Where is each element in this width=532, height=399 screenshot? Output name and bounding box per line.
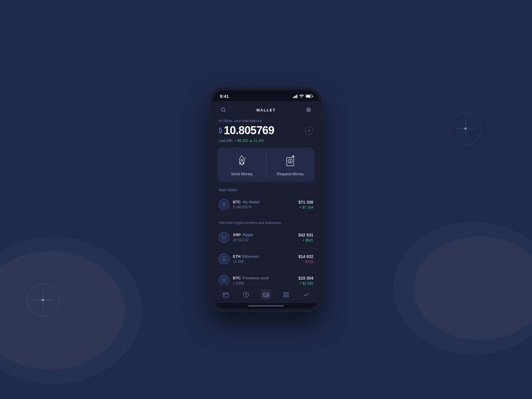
balance-number: 10.805769 bbox=[224, 124, 274, 137]
status-icons bbox=[293, 95, 312, 98]
btc-freelance-info: BTC Freelance work 1.1468 bbox=[233, 276, 295, 285]
phone-wrapper: 9:41 bbox=[210, 87, 322, 312]
eth-name-row: ETH Ethereum bbox=[233, 254, 295, 259]
btc-freelance-name-row: BTC Freelance work bbox=[233, 276, 295, 280]
btc-freelance-change: + $1 545 bbox=[298, 281, 313, 285]
send-money-button[interactable]: Send Money bbox=[218, 147, 266, 182]
xrp-name: Ripple bbox=[243, 233, 254, 237]
svg-point-20 bbox=[267, 295, 268, 296]
btc-freelance-ticker: BTC bbox=[233, 276, 241, 280]
nav-grid[interactable] bbox=[281, 289, 291, 300]
btc-main-ticker: BTC bbox=[233, 200, 241, 204]
rocket-icon bbox=[234, 153, 249, 169]
crosshair-left bbox=[27, 284, 59, 316]
eth-amount: 15.566 bbox=[233, 259, 295, 264]
svg-text:$: $ bbox=[290, 160, 291, 163]
change-amount: + $9 250 bbox=[234, 139, 248, 143]
battery-icon bbox=[306, 95, 312, 98]
section-divider-1 bbox=[213, 215, 319, 215]
wallet-item-eth[interactable]: ETH Ethereum 15.566 $14 632 - $733 bbox=[213, 249, 319, 268]
nav-wallet[interactable] bbox=[220, 289, 231, 300]
section-divider-3 bbox=[213, 270, 319, 270]
notch bbox=[248, 90, 284, 98]
btc-main-values: $71 336 + $7 204 bbox=[298, 200, 313, 210]
btc-main-icon: ₿ bbox=[219, 199, 229, 210]
btc-main-amount: 5.34535678 bbox=[233, 205, 295, 209]
svg-point-4 bbox=[244, 160, 245, 160]
bg-wave-1 bbox=[0, 251, 124, 369]
svg-rect-21 bbox=[284, 292, 286, 294]
nav-send[interactable] bbox=[241, 289, 251, 300]
settings-button[interactable] bbox=[304, 105, 313, 115]
bg-wave-2 bbox=[0, 236, 142, 384]
btc-symbol: ₿ bbox=[219, 127, 222, 134]
main-wallet-label: Main Wallet bbox=[213, 188, 319, 195]
wallet-item-btc-freelance[interactable]: ₿ BTC Freelance work 1.1468 $15 304 + $1… bbox=[213, 271, 319, 285]
balance-label: Hi Steve, your total balance bbox=[219, 119, 313, 123]
search-button[interactable] bbox=[219, 105, 228, 115]
svg-point-5 bbox=[246, 159, 246, 160]
svg-rect-23 bbox=[284, 295, 286, 297]
btc-freelance-name: Freelance work bbox=[243, 276, 269, 280]
btc-main-name: My Wallet bbox=[243, 200, 259, 204]
bg-wave-3 bbox=[414, 236, 532, 340]
svg-rect-24 bbox=[287, 295, 288, 297]
crosshair-right-dot bbox=[464, 127, 467, 130]
screen: WALLET Hi Steve, your total balance ₿ 10… bbox=[213, 101, 319, 285]
change-label: Last 24h: bbox=[219, 139, 233, 143]
header-title: WALLET bbox=[256, 108, 275, 112]
svg-text:₿: ₿ bbox=[223, 203, 225, 206]
btc-main-name-row: BTC My Wallet bbox=[233, 200, 295, 204]
svg-rect-22 bbox=[287, 292, 288, 294]
wallet-item-xrp[interactable]: XRP Ripple 24 532.32 $42 931 + $501 bbox=[213, 228, 319, 247]
svg-text:₿: ₿ bbox=[223, 279, 225, 282]
xrp-info: XRP Ripple 24 532.32 bbox=[233, 233, 295, 242]
add-balance-button[interactable]: + bbox=[305, 126, 313, 135]
request-money-label: Request Money bbox=[277, 172, 304, 176]
svg-point-2 bbox=[241, 160, 243, 161]
change-percent: ▲ 21.3% bbox=[249, 139, 264, 143]
home-indicator bbox=[213, 303, 319, 309]
eth-info: ETH Ethereum 15.566 bbox=[233, 254, 295, 264]
xrp-name-row: XRP Ripple bbox=[233, 233, 295, 237]
battery-fill bbox=[306, 95, 310, 97]
xrp-usd: $42 931 bbox=[298, 233, 313, 237]
nav-cards[interactable] bbox=[261, 289, 271, 300]
balance-amount-row: ₿ 10.805769 + bbox=[219, 124, 313, 137]
bg-wave-4 bbox=[393, 222, 532, 355]
xrp-values: $42 931 + $501 bbox=[298, 233, 313, 242]
crosshair-right bbox=[449, 112, 482, 145]
eth-values: $14 632 - $733 bbox=[298, 254, 313, 264]
xrp-icon bbox=[219, 232, 229, 243]
balance-section: Hi Steve, your total balance ₿ 10.805769… bbox=[213, 118, 319, 147]
xrp-amount: 24 532.32 bbox=[233, 238, 295, 242]
btc-freelance-amount: 1.1468 bbox=[233, 281, 295, 285]
wifi-icon bbox=[299, 95, 304, 98]
signal-icon bbox=[293, 95, 297, 98]
balance-change: Last 24h: + $9 250 ▲ 21.3% bbox=[219, 139, 313, 143]
btc-main-info: BTC My Wallet 5.34535678 bbox=[233, 200, 295, 209]
alt-wallet-label: Alternate cryptocurrency and addresses bbox=[213, 217, 319, 228]
phone: 9:41 bbox=[210, 87, 322, 312]
bottom-nav bbox=[213, 285, 319, 303]
xrp-change: + $501 bbox=[298, 238, 313, 242]
action-panel: Send Money $ bbox=[218, 147, 314, 182]
btc-freelance-values: $15 304 + $1 545 bbox=[298, 276, 313, 285]
crosshair-left-dot bbox=[42, 299, 44, 301]
home-bar bbox=[248, 305, 284, 306]
nav-chart[interactable] bbox=[301, 289, 312, 300]
eth-change: - $733 bbox=[298, 260, 313, 264]
svg-rect-17 bbox=[224, 295, 225, 296]
xrp-ticker: XRP bbox=[233, 233, 241, 237]
request-money-button[interactable]: $ Request Money bbox=[266, 147, 315, 182]
btc-main-usd: $71 336 bbox=[298, 200, 313, 205]
wallet-item-btc-main[interactable]: ₿ BTC My Wallet 5.34535678 $71 336 + $7 … bbox=[213, 195, 319, 214]
svg-line-1 bbox=[224, 111, 226, 112]
svg-point-3 bbox=[245, 158, 246, 158]
request-icon: $ bbox=[283, 153, 298, 169]
app-header: WALLET bbox=[213, 101, 319, 118]
eth-usd: $14 632 bbox=[298, 254, 313, 259]
btc-freelance-usd: $15 304 bbox=[298, 276, 313, 280]
eth-name: Ethereum bbox=[242, 254, 259, 259]
btc-main-change: + $7 204 bbox=[298, 205, 313, 210]
